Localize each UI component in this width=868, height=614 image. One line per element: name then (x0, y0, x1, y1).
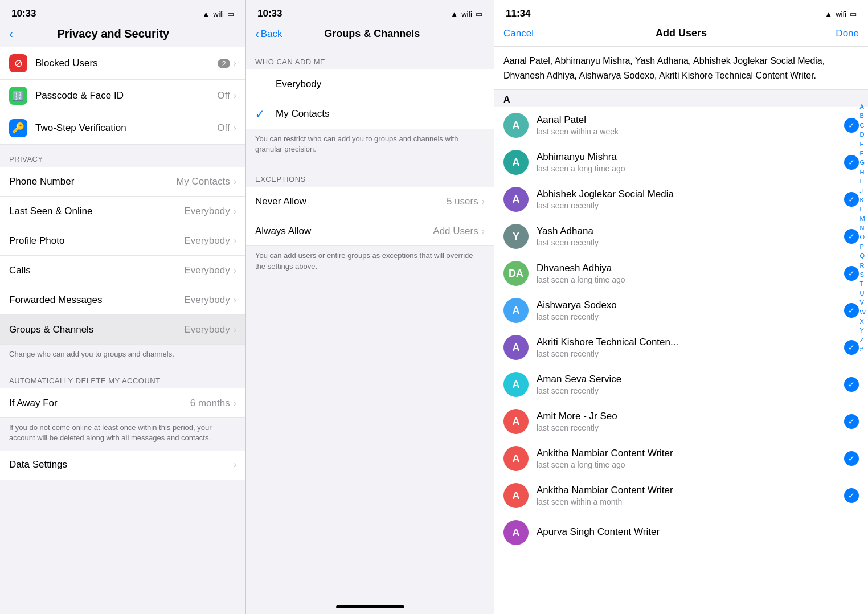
groups-description: Change who can add you to groups and cha… (0, 345, 245, 366)
alpha-A[interactable]: A (860, 103, 866, 111)
back-chevron-1: ‹ (9, 27, 13, 40)
contact-item[interactable]: AAnkitha Nambiar Content Writerlast seen… (494, 477, 868, 514)
forwarded-item[interactable]: Forwarded Messages Everybody › (0, 285, 245, 315)
done-button[interactable]: Done (825, 28, 859, 39)
contact-info: Dhvanesh Adhiyalast seen a long time ago (537, 263, 844, 284)
groups-channels-item[interactable]: Groups & Channels Everybody › (0, 315, 245, 345)
two-step-chevron: › (234, 123, 236, 133)
contact-item[interactable]: DADhvanesh Adhiyalast seen a long time a… (494, 255, 868, 292)
back-button-1[interactable]: ‹ (9, 27, 13, 40)
alpha-G[interactable]: G (860, 158, 866, 167)
always-allow-item[interactable]: Always Allow Add Users › (246, 216, 494, 246)
alpha-I[interactable]: I (860, 177, 866, 186)
never-allow-chevron: › (482, 197, 485, 207)
alpha-Q[interactable]: Q (860, 252, 866, 260)
alpha-O[interactable]: O (860, 233, 866, 241)
auto-delete-description: If you do not come online at least once … (0, 418, 245, 450)
avatar: A (503, 335, 529, 360)
selected-chips-text: Aanal Patel, Abhimanyu Mishra, Yash Adha… (503, 56, 825, 80)
alpha-hash[interactable]: # (860, 345, 866, 354)
alpha-D[interactable]: D (860, 130, 866, 139)
contact-info: Amit More - Jr Seolast seen recently (537, 411, 844, 432)
alpha-S[interactable]: S (860, 271, 866, 279)
last-seen-item[interactable]: Last Seen & Online Everybody › (0, 197, 245, 226)
alphabet-index: A B C D E F G H I J K L M N O P Q R S T … (860, 103, 866, 354)
groups-channels-panel: 10:33 ▲ wifi ▭ ‹ Back Groups & Channels … (246, 0, 494, 614)
page-title-2: Groups & Channels (282, 28, 462, 40)
alpha-N[interactable]: N (860, 224, 866, 232)
contact-item[interactable]: AAkriti Kishore Technical Conten...last … (494, 329, 868, 366)
alpha-L[interactable]: L (860, 205, 866, 214)
privacy-section-label: PRIVACY (0, 145, 245, 167)
check-circle: ✓ (844, 229, 859, 244)
alpha-H[interactable]: H (860, 168, 866, 177)
exceptions-list: Never Allow 5 users › Always Allow Add U… (246, 187, 494, 246)
alpha-R[interactable]: R (860, 261, 866, 270)
contact-item[interactable]: AAbhimanyu Mishralast seen a long time a… (494, 144, 868, 181)
alpha-V[interactable]: V (860, 298, 866, 307)
contact-info: Aman Seva Servicelast seen recently (537, 374, 844, 395)
alpha-M[interactable]: M (860, 215, 866, 223)
back-button-2[interactable]: ‹ Back (255, 27, 282, 40)
last-seen-chevron: › (234, 206, 236, 216)
blocked-users-item[interactable]: ⊘ Blocked Users 2 › (0, 47, 245, 80)
contact-item[interactable]: AAbhishek Joglekar Social Medialast seen… (494, 181, 868, 218)
contact-item[interactable]: AApurva Singh Content Writer (494, 514, 868, 551)
calls-item[interactable]: Calls Everybody › (0, 256, 245, 285)
alpha-E[interactable]: E (860, 140, 866, 149)
check-circle: ✓ (844, 340, 859, 355)
battery-icon-3: ▭ (850, 10, 857, 18)
my-contacts-checkmark: ✓ (255, 107, 269, 121)
always-allow-value: Add Users (433, 226, 478, 237)
phone-number-item[interactable]: Phone Number My Contacts › (0, 167, 245, 197)
top-settings-list: ⊘ Blocked Users 2 › 🔢 Passcode & Face ID… (0, 47, 245, 145)
contact-item[interactable]: AAmit More - Jr Seolast seen recently✓ (494, 403, 868, 440)
avatar: A (503, 446, 529, 471)
contact-item[interactable]: AAman Seva Servicelast seen recently✓ (494, 366, 868, 403)
contact-item[interactable]: AAnkitha Nambiar Content Writerlast seen… (494, 440, 868, 477)
everybody-option[interactable]: Everybody (246, 69, 494, 99)
contact-status: last seen recently (537, 349, 844, 358)
blocked-label: Blocked Users (35, 58, 218, 69)
contact-item[interactable]: AAishwarya Sodexolast seen recently✓ (494, 292, 868, 329)
nav-bar-2: ‹ Back Groups & Channels (246, 23, 494, 47)
alpha-C[interactable]: C (860, 121, 866, 130)
alpha-Y[interactable]: Y (860, 326, 866, 335)
contact-item[interactable]: AAanal Patellast seen within a week✓ (494, 107, 868, 144)
alpha-W[interactable]: W (860, 308, 866, 317)
data-settings-item[interactable]: Data Settings › (0, 451, 245, 480)
contact-item[interactable]: YYash Adhanalast seen recently✓ (494, 218, 868, 255)
selected-chips-area: Aanal Patel, Abhimanyu Mishra, Yash Adha… (494, 47, 868, 90)
contact-status: last seen recently (537, 386, 844, 395)
alpha-T[interactable]: T (860, 280, 866, 288)
passcode-item[interactable]: 🔢 Passcode & Face ID Off › (0, 80, 245, 112)
profile-photo-item[interactable]: Profile Photo Everybody › (0, 226, 245, 256)
never-allow-label: Never Allow (255, 196, 447, 207)
never-allow-item[interactable]: Never Allow 5 users › (246, 187, 494, 216)
check-circle: ✓ (844, 451, 859, 466)
forwarded-label: Forwarded Messages (9, 294, 184, 306)
never-allow-value: 5 users (447, 196, 478, 207)
away-for-item[interactable]: If Away For 6 months › (0, 388, 245, 418)
check-circle: ✓ (844, 155, 859, 170)
two-step-item[interactable]: 🔑 Two-Step Verification Off › (0, 112, 245, 145)
back-chevron-2: ‹ (255, 27, 259, 40)
alpha-U[interactable]: U (860, 289, 866, 298)
alpha-Z[interactable]: Z (860, 336, 866, 345)
alpha-J[interactable]: J (860, 187, 866, 195)
passcode-chevron: › (234, 91, 236, 101)
alpha-F[interactable]: F (860, 149, 866, 158)
blocked-badge: 2 (218, 59, 230, 68)
cancel-button[interactable]: Cancel (503, 28, 538, 39)
my-contacts-option[interactable]: ✓ My Contacts (246, 99, 494, 129)
wifi-icon: wifi (213, 10, 224, 18)
time-1: 10:33 (11, 8, 36, 19)
avatar: A (503, 483, 529, 508)
groups-chevron: › (234, 325, 236, 335)
auto-delete-list: If Away For 6 months › (0, 388, 245, 418)
contact-status: last seen within a week (537, 127, 844, 136)
alpha-K[interactable]: K (860, 196, 866, 204)
alpha-B[interactable]: B (860, 112, 866, 120)
alpha-P[interactable]: P (860, 243, 866, 251)
alpha-X[interactable]: X (860, 317, 866, 326)
